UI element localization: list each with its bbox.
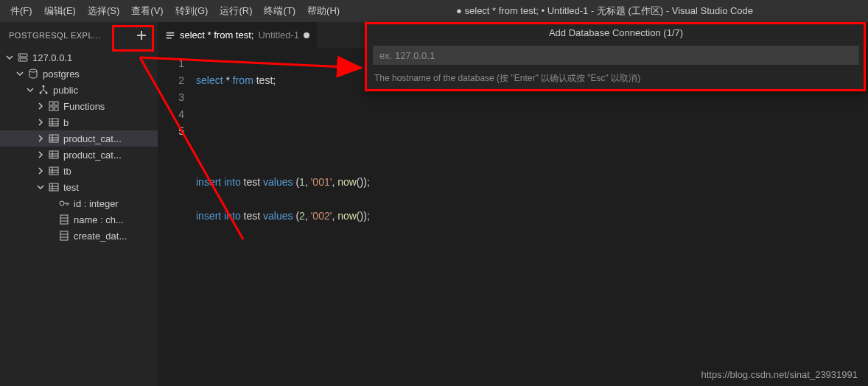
- code-content: select·*·from·test; insert·into·test·val…: [196, 48, 370, 386]
- menu-run[interactable]: 运行(R): [214, 0, 258, 22]
- plus-icon: [136, 29, 147, 41]
- tree-item-label: name : ch...: [74, 214, 124, 225]
- window-title: ● select * from test; • Untitled-1 - 无标题…: [346, 4, 864, 18]
- table-icon: [47, 149, 60, 161]
- tree-item[interactable]: Functions: [0, 98, 158, 114]
- tree-item-label: product_cat...: [63, 133, 122, 144]
- tree-item-label: 127.0.0.1: [32, 52, 72, 63]
- quick-input-field-wrapper: [373, 46, 859, 65]
- table-icon: [47, 116, 60, 128]
- panel-header: POSTGRESQL EXPL...: [0, 22, 158, 48]
- menu-bar: 件(F) 编辑(E) 选择(S) 查看(V) 转到(G) 运行(R) 终端(T)…: [0, 0, 868, 22]
- chevron-right-icon[interactable]: [35, 101, 46, 111]
- add-connection-button[interactable]: [134, 28, 149, 43]
- svg-rect-39: [60, 231, 68, 240]
- menu-help[interactable]: 帮助(H): [301, 0, 346, 22]
- tree-item[interactable]: name : ch...: [0, 211, 158, 228]
- svg-rect-36: [60, 215, 68, 224]
- svg-rect-28: [49, 183, 58, 191]
- column-icon: [57, 230, 71, 242]
- explorer-tree[interactable]: 127.0.0.1postgrespublicFunctionsbproduct…: [0, 48, 158, 386]
- quick-input-hint: The hostname of the database (按 "Enter" …: [367, 69, 865, 91]
- tree-item-label: product_cat...: [63, 150, 122, 161]
- tree-item[interactable]: 127.0.0.1: [0, 49, 158, 66]
- menu-selection[interactable]: 选择(S): [82, 0, 125, 22]
- tree-item[interactable]: tb: [0, 163, 158, 179]
- dirty-indicator-icon: [304, 32, 309, 38]
- tab-name: select * from test;: [180, 29, 253, 41]
- svg-rect-10: [49, 107, 53, 110]
- chevron-right-icon[interactable]: [35, 133, 46, 144]
- tree-item[interactable]: product_cat...: [0, 130, 158, 147]
- tree-item-label: test: [63, 182, 79, 193]
- column-icon: [57, 214, 71, 225]
- tree-item[interactable]: id : integer: [0, 195, 158, 211]
- tree-item[interactable]: create_dat...: [0, 228, 158, 244]
- svg-rect-11: [55, 107, 58, 110]
- panel-title: POSTGRESQL EXPL...: [9, 31, 101, 40]
- svg-rect-9: [55, 102, 58, 105]
- key-icon: [57, 197, 71, 209]
- tree-item[interactable]: public: [0, 82, 158, 98]
- tree-item-label: b: [63, 117, 69, 128]
- tree-item-label: Functions: [63, 101, 105, 112]
- svg-point-2: [20, 55, 21, 56]
- svg-point-3: [20, 59, 21, 60]
- tree-item-label: id : integer: [74, 198, 119, 209]
- tree-item[interactable]: postgres: [0, 66, 158, 82]
- server-icon: [16, 52, 29, 63]
- tree-item-label: tb: [63, 166, 71, 177]
- menu-go[interactable]: 转到(G): [169, 0, 214, 22]
- menu-terminal[interactable]: 终端(T): [258, 0, 301, 22]
- line-gutter: 1 2 3 4 5: [158, 48, 196, 386]
- tree-item-label: postgres: [43, 69, 80, 80]
- quick-input-title: Add Database Connection (1/7): [367, 23, 865, 43]
- svg-rect-8: [49, 102, 53, 105]
- menu-edit[interactable]: 编辑(E): [38, 0, 82, 22]
- functions-icon: [47, 100, 60, 112]
- chevron-right-icon[interactable]: [35, 166, 46, 176]
- tree-item[interactable]: product_cat...: [0, 147, 158, 163]
- chevron-right-icon[interactable]: [35, 117, 46, 127]
- schema-icon: [37, 84, 50, 96]
- svg-rect-20: [49, 151, 58, 158]
- menu-view[interactable]: 查看(V): [125, 0, 169, 22]
- menu-file[interactable]: 件(F): [4, 0, 38, 22]
- file-icon: [165, 30, 175, 41]
- chevron-down-icon[interactable]: [35, 182, 46, 192]
- svg-point-32: [60, 201, 64, 206]
- table-icon: [47, 133, 60, 144]
- svg-rect-12: [49, 119, 58, 126]
- chevron-right-icon[interactable]: [35, 150, 46, 160]
- watermark: https://blog.csdn.net/sinat_23931991: [701, 369, 858, 380]
- chevron-down-icon[interactable]: [4, 52, 15, 63]
- chevron-down-icon[interactable]: [15, 69, 25, 79]
- tree-item[interactable]: b: [0, 114, 158, 130]
- code-editor[interactable]: 1 2 3 4 5 select·*·from·test; insert·int…: [158, 48, 868, 386]
- svg-rect-16: [49, 135, 58, 142]
- tree-item-label: public: [53, 85, 78, 96]
- database-icon: [27, 68, 40, 80]
- editor-tab[interactable]: select * from test; Untitled-1: [158, 22, 318, 48]
- svg-point-4: [29, 69, 37, 72]
- svg-rect-24: [49, 167, 58, 175]
- table-icon: [47, 181, 60, 193]
- tree-item[interactable]: test: [0, 179, 158, 195]
- hostname-input[interactable]: [379, 50, 853, 61]
- tree-item-label: create_dat...: [74, 231, 127, 242]
- quick-input-panel: Add Database Connection (1/7) The hostna…: [366, 22, 866, 91]
- tab-secondary: Untitled-1: [258, 29, 299, 41]
- sidebar: POSTGRESQL EXPL... 127.0.0.1postgrespubl…: [0, 22, 158, 386]
- chevron-down-icon[interactable]: [25, 85, 35, 95]
- table-icon: [47, 165, 60, 177]
